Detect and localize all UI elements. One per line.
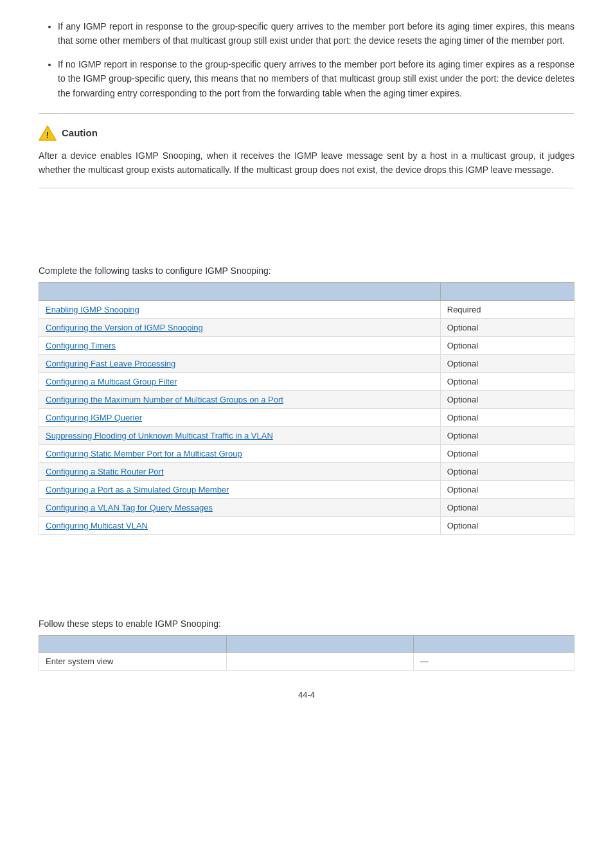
task-table-row: Configuring Static Member Port for a Mul…	[39, 444, 574, 462]
bullet-item-1: If any IGMP report in response to the gr…	[58, 19, 574, 48]
task-link[interactable]: Configuring the Maximum Number of Multic…	[46, 395, 283, 404]
task-link[interactable]: Configuring a VLAN Tag for Query Message…	[46, 503, 213, 512]
task-status-cell: Optional	[440, 444, 574, 462]
task-link-cell[interactable]: Configuring a Port as a Simulated Group …	[39, 480, 441, 498]
task-status-cell: Optional	[440, 390, 574, 408]
task-link-cell[interactable]: Configuring a Static Router Port	[39, 462, 441, 480]
task-table-row: Configuring a VLAN Tag for Query Message…	[39, 498, 574, 516]
task-link[interactable]: Suppressing Flooding of Unknown Multicas…	[46, 431, 273, 440]
task-status-cell: Optional	[440, 408, 574, 426]
task-table-col1-header	[39, 282, 441, 300]
task-status-cell: Optional	[440, 372, 574, 390]
task-table: Enabling IGMP SnoopingRequiredConfigurin…	[39, 282, 574, 535]
task-link-cell[interactable]: Configuring the Maximum Number of Multic…	[39, 390, 441, 408]
task-link-cell[interactable]: Configuring Static Member Port for a Mul…	[39, 444, 441, 462]
task-table-col2-header	[440, 282, 574, 300]
task-table-row: Configuring the Version of IGMP Snooping…	[39, 318, 574, 336]
task-status-cell: Optional	[440, 318, 574, 336]
steps-col2-header	[226, 635, 414, 652]
caution-title: Caution	[62, 127, 98, 138]
task-table-row: Configuring a Static Router PortOptional	[39, 462, 574, 480]
steps-table: Enter system view—	[39, 635, 574, 671]
steps-col3-header	[414, 635, 574, 652]
task-link-cell[interactable]: Suppressing Flooding of Unknown Multicas…	[39, 426, 441, 444]
task-link[interactable]: Configuring Multicast VLAN	[46, 521, 148, 530]
steps-col2-cell	[226, 652, 414, 670]
caution-box: ! Caution After a device enables IGMP Sn…	[39, 113, 574, 188]
task-table-row: Enabling IGMP SnoopingRequired	[39, 300, 574, 318]
task-status-cell: Optional	[440, 462, 574, 480]
task-link[interactable]: Configuring a Port as a Simulated Group …	[46, 485, 229, 494]
task-table-intro: Complete the following tasks to configur…	[39, 266, 574, 276]
task-link-cell[interactable]: Configuring the Version of IGMP Snooping	[39, 318, 441, 336]
bullet-list: If any IGMP report in response to the gr…	[39, 19, 574, 100]
task-link-cell[interactable]: Enabling IGMP Snooping	[39, 300, 441, 318]
bullet-item-2: If no IGMP report in response to the gro…	[58, 57, 574, 100]
task-link-cell[interactable]: Configuring Multicast VLAN	[39, 516, 441, 534]
page-number: 44-4	[39, 690, 574, 700]
task-link[interactable]: Configuring a Static Router Port	[46, 467, 164, 476]
task-table-row: Configuring Fast Leave ProcessingOptiona…	[39, 354, 574, 372]
task-link[interactable]: Configuring Static Member Port for a Mul…	[46, 449, 242, 458]
task-status-cell: Optional	[440, 498, 574, 516]
steps-intro: Follow these steps to enable IGMP Snoopi…	[39, 619, 574, 629]
task-table-row: Configuring TimersOptional	[39, 336, 574, 354]
task-link-cell[interactable]: Configuring Timers	[39, 336, 441, 354]
task-status-cell: Optional	[440, 336, 574, 354]
caution-icon: !	[39, 124, 57, 142]
task-status-cell: Optional	[440, 426, 574, 444]
svg-text:!: !	[46, 130, 49, 140]
task-link-cell[interactable]: Configuring IGMP Querier	[39, 408, 441, 426]
task-table-row: Configuring a Port as a Simulated Group …	[39, 480, 574, 498]
caution-header: ! Caution	[39, 124, 574, 142]
task-link-cell[interactable]: Configuring a VLAN Tag for Query Message…	[39, 498, 441, 516]
task-link[interactable]: Enabling IGMP Snooping	[46, 305, 139, 314]
task-table-row: Configuring the Maximum Number of Multic…	[39, 390, 574, 408]
caution-body: After a device enables IGMP Snooping, wh…	[39, 149, 574, 177]
steps-col1-header	[39, 635, 227, 652]
task-status-cell: Optional	[440, 354, 574, 372]
task-link[interactable]: Configuring IGMP Querier	[46, 413, 142, 422]
task-table-row: Configuring IGMP QuerierOptional	[39, 408, 574, 426]
task-link-cell[interactable]: Configuring Fast Leave Processing	[39, 354, 441, 372]
task-table-row: Configuring a Multicast Group FilterOpti…	[39, 372, 574, 390]
task-link[interactable]: Configuring Timers	[46, 341, 116, 350]
task-table-row: Configuring Multicast VLANOptional	[39, 516, 574, 534]
steps-col3-cell: —	[414, 652, 574, 670]
task-status-cell: Required	[440, 300, 574, 318]
task-table-row: Suppressing Flooding of Unknown Multicas…	[39, 426, 574, 444]
task-link[interactable]: Configuring a Multicast Group Filter	[46, 377, 177, 386]
task-status-cell: Optional	[440, 480, 574, 498]
task-link[interactable]: Configuring the Version of IGMP Snooping	[46, 323, 203, 332]
task-link[interactable]: Configuring Fast Leave Processing	[46, 359, 175, 368]
task-status-cell: Optional	[440, 516, 574, 534]
steps-col1-cell: Enter system view	[39, 652, 227, 670]
task-link-cell[interactable]: Configuring a Multicast Group Filter	[39, 372, 441, 390]
steps-table-row: Enter system view—	[39, 652, 574, 670]
